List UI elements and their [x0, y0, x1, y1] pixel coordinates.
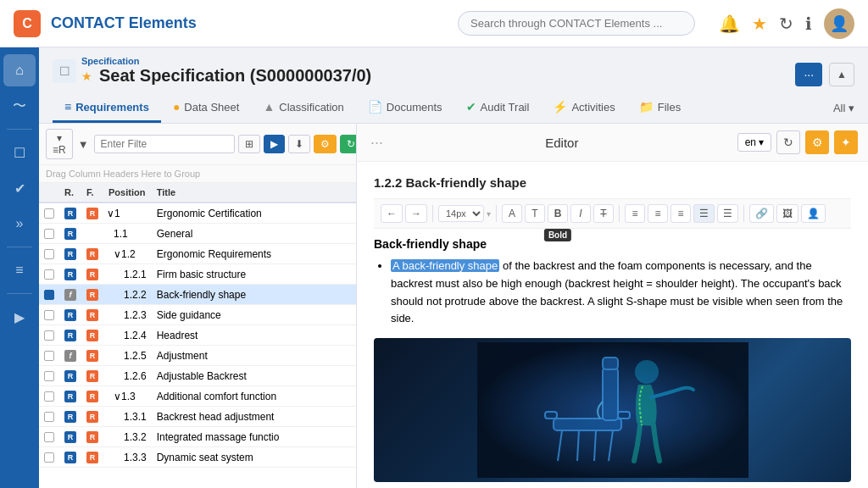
toggle-expand-button[interactable]: ▾ ≡R [46, 129, 73, 159]
nav-chart[interactable]: 〜 [3, 90, 36, 122]
editor-refresh-button[interactable]: ↻ [776, 130, 800, 154]
numbered-list-button[interactable]: ☰ [717, 204, 738, 223]
row-position: 1.3.3 [103, 447, 152, 468]
table-row[interactable]: fR1.2.2Back-friendly shape [39, 285, 356, 305]
tab-datasheet[interactable]: ● Data Sheet [161, 93, 252, 123]
info-icon[interactable]: ℹ [805, 14, 812, 34]
bell-icon[interactable]: 🔔 [719, 14, 740, 34]
editor-extra-button[interactable]: ✦ [834, 130, 858, 154]
grid-view-button[interactable]: ⊞ [238, 135, 260, 153]
align-left-button[interactable]: ≡ [625, 204, 645, 223]
table-row[interactable]: RR1.2.6Adjustable Backrest [39, 366, 356, 386]
tab-documents[interactable]: 📄 Documents [356, 93, 454, 123]
table-row[interactable]: RR1.2.3Side guidance [39, 305, 356, 325]
main-layout: ⌂ 〜 ☐ ✔ » ≡ ▶ ☐ Specification ★ Seat Spe… [0, 47, 868, 488]
tab-requirements[interactable]: ≡ Requirements [53, 93, 161, 123]
row-checkbox[interactable] [44, 310, 54, 320]
table-row[interactable]: RR1.3.1Backrest head adjustment [39, 407, 356, 427]
play-button[interactable]: ▶ [264, 135, 285, 153]
row-checkbox[interactable] [44, 412, 54, 422]
tab-all-button[interactable]: All ▾ [833, 102, 854, 114]
row-checkbox[interactable] [44, 391, 54, 402]
row-checkbox[interactable] [44, 229, 54, 239]
font-size-select[interactable]: 14px12px16px18px [438, 205, 484, 222]
row-checkbox[interactable] [44, 249, 54, 259]
col-title[interactable]: Title [152, 183, 356, 202]
font-color-button[interactable]: A [502, 204, 522, 223]
bullet-list-button[interactable]: ☰ [693, 204, 715, 223]
table-row[interactable]: RR1.3.3Dynamic seat system [39, 447, 356, 468]
row-checkbox[interactable] [44, 351, 54, 361]
strikethrough-button[interactable]: T [593, 204, 614, 223]
col-f[interactable]: F. [81, 183, 103, 202]
editor-section-title: 1.2.2 Back-friendly shape [374, 175, 851, 190]
refresh-req-button[interactable]: ↻ [340, 135, 357, 153]
refresh-icon[interactable]: ↻ [779, 14, 793, 34]
align-center-button[interactable]: ≡ [648, 204, 668, 223]
filter-input[interactable] [94, 135, 235, 153]
row-title: Additional comfort function [152, 386, 356, 407]
row-position: ∨1.2 [103, 244, 152, 264]
link-button[interactable]: 🔗 [749, 204, 774, 223]
star-icon[interactable]: ★ [752, 14, 767, 34]
redo-button[interactable]: → [405, 204, 427, 223]
row-title: Adjustable Backrest [152, 366, 356, 386]
row-checkbox[interactable] [44, 208, 54, 219]
collapse-button[interactable]: ▲ [829, 63, 854, 86]
nav-doc[interactable]: ☐ [3, 136, 36, 169]
tab-audit[interactable]: ✔ Audit Trail [454, 93, 542, 123]
row-title: General [152, 224, 356, 244]
row-title: Back-friendly shape [152, 285, 356, 305]
language-selector[interactable]: en ▾ [737, 133, 771, 152]
editor-settings-button[interactable]: ⚙ [805, 130, 829, 154]
text-format-button[interactable]: T [525, 204, 545, 223]
more-button[interactable]: ··· [795, 63, 822, 86]
nav-play[interactable]: ▶ [3, 301, 36, 333]
settings-button[interactable]: ⚙ [314, 135, 337, 153]
row-checkbox[interactable] [44, 452, 54, 463]
row-checkbox[interactable] [44, 269, 54, 280]
table-row[interactable]: RR1.3.2Integrated massage functio [39, 427, 356, 447]
image-button[interactable]: 🖼 [776, 204, 798, 223]
table-row[interactable]: RR∨1.3Additional comfort function [39, 386, 356, 407]
table-row[interactable]: RR∨1.2Ergonomic Requirements [39, 244, 356, 264]
table-row[interactable]: fR1.2.5Adjustment [39, 346, 356, 366]
col-r[interactable]: R. [59, 183, 81, 202]
row-checkbox[interactable] [44, 330, 54, 341]
align-right-button[interactable]: ≡ [670, 204, 691, 223]
breadcrumb-star[interactable]: ★ [81, 69, 92, 83]
r-icon: R [64, 330, 76, 341]
avatar[interactable]: 👤 [824, 8, 854, 39]
row-checkbox[interactable] [44, 432, 54, 442]
table-row[interactable]: RR1.2.1Firm basic structure [39, 264, 356, 285]
nav-arrows[interactable]: » [3, 208, 36, 240]
row-title: Adjustment [152, 346, 356, 366]
user-button[interactable]: 👤 [801, 204, 826, 223]
row-position: 1.2.1 [103, 264, 152, 285]
table-row[interactable]: RR∨1Ergonomic Certification [39, 202, 356, 224]
col-position[interactable]: Position [103, 183, 152, 202]
bold-button[interactable]: B Bold [548, 204, 568, 223]
row-title: Headrest [152, 325, 356, 346]
requirements-panel: ▾ ≡R ▼ ⊞ ▶ ⬇ ⚙ ↻ Drag Column Headers Her… [39, 124, 357, 488]
editor-body-text[interactable]: A back-friendly shape of the backrest an… [374, 258, 851, 328]
nav-stack[interactable]: ≡ [3, 254, 36, 286]
down-button[interactable]: ⬇ [288, 135, 310, 153]
tab-activities[interactable]: ⚡ Activities [541, 93, 626, 123]
table-row[interactable]: RR1.2.4Headrest [39, 325, 356, 346]
header-icons: 🔔 ★ ↻ ℹ 👤 [719, 8, 854, 39]
editor-label: Editor [545, 136, 578, 150]
panel-dots[interactable]: ··· [367, 134, 387, 152]
undo-button[interactable]: ← [381, 204, 403, 223]
tab-files[interactable]: 📁 Files [627, 93, 693, 123]
italic-button[interactable]: I [570, 204, 591, 223]
table-row[interactable]: R1.1General [39, 224, 356, 244]
tab-classification[interactable]: ▲ Classification [251, 93, 355, 123]
nav-check[interactable]: ✔ [3, 172, 36, 204]
row-checkbox[interactable] [44, 371, 54, 381]
row-checkbox[interactable] [44, 290, 54, 300]
svg-rect-8 [545, 412, 557, 419]
editor-bold-heading: Back-friendly shape [374, 237, 851, 251]
nav-home[interactable]: ⌂ [3, 54, 36, 86]
search-input[interactable] [458, 11, 695, 36]
